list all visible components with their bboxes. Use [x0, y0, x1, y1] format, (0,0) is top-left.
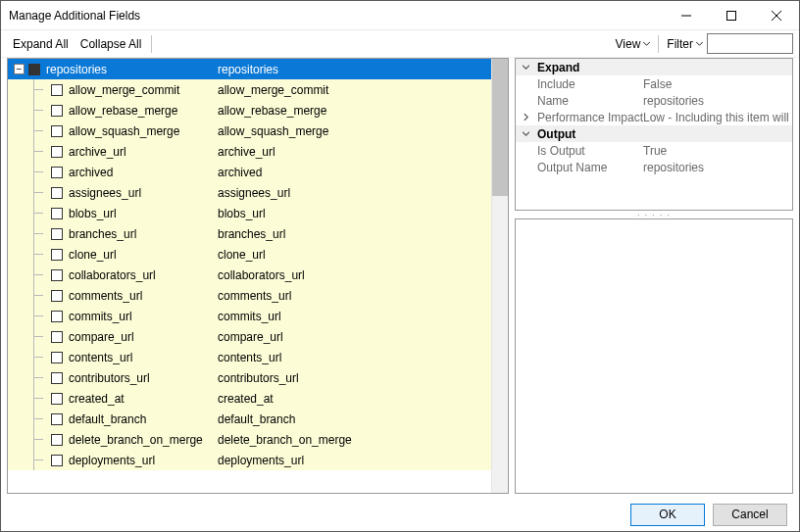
horizontal-splitter[interactable]: · · · · · [515, 211, 793, 218]
checkbox[interactable] [51, 249, 63, 261]
preview-pane [515, 218, 793, 494]
checkbox[interactable] [51, 393, 63, 405]
tree-connector [22, 347, 51, 367]
node-name: compare_url [69, 330, 134, 344]
tree-row[interactable]: contributors_urlcontributors_url [8, 367, 508, 388]
tree-row[interactable]: delete_branch_on_mergedelete_branch_on_m… [8, 429, 508, 450]
tree-row[interactable]: allow_rebase_mergeallow_rebase_merge [8, 100, 508, 121]
view-dropdown[interactable]: View [612, 33, 655, 55]
filter-label: Filter [667, 37, 693, 51]
tree-row[interactable]: comments_urlcomments_url [8, 285, 508, 306]
tree-root-row[interactable]: −repositoriesrepositories [8, 59, 508, 79]
tree-row[interactable]: archivedarchived [8, 162, 508, 182]
tree-row[interactable]: allow_squash_mergeallow_squash_merge [8, 121, 508, 141]
caret-right-icon [516, 114, 535, 121]
checkbox[interactable] [51, 208, 63, 219]
filter-input[interactable] [707, 33, 793, 54]
dialog-footer: OK Cancel [1, 498, 799, 531]
tree-row[interactable]: collaborators_urlcollaborators_url [8, 265, 508, 285]
tree-connector [22, 409, 51, 429]
checkbox[interactable] [51, 413, 63, 425]
checkbox[interactable] [51, 167, 63, 178]
vertical-scrollbar[interactable] [491, 59, 508, 493]
node-type: default_branch [218, 412, 508, 426]
property-key: Name [535, 94, 643, 108]
checkbox[interactable] [51, 146, 63, 158]
node-type: allow_rebase_merge [218, 104, 508, 118]
property-value: repositories [643, 161, 792, 174]
node-type: archived [218, 166, 508, 179]
tree-row[interactable]: default_branchdefault_branch [8, 409, 508, 429]
property-row[interactable]: Output Name repositories [516, 159, 792, 175]
checkbox[interactable] [51, 290, 63, 302]
node-name: default_branch [69, 412, 146, 426]
checkbox[interactable] [51, 331, 63, 343]
expander-icon[interactable]: − [14, 64, 25, 74]
node-name: allow_merge_commit [69, 83, 179, 97]
node-name: assignees_url [69, 186, 141, 200]
expand-all-button[interactable]: Expand All [7, 33, 75, 55]
tree-row[interactable]: allow_merge_commitallow_merge_commit [8, 79, 508, 100]
tree-row[interactable]: branches_urlbranches_url [8, 223, 508, 244]
checkbox[interactable] [51, 434, 63, 446]
group-label: Output [535, 127, 643, 141]
tree-connector [22, 162, 51, 182]
property-row[interactable]: Include False [516, 75, 792, 92]
tree-connector [22, 141, 51, 162]
property-row[interactable]: Performance Impact Low - Including this … [516, 109, 792, 125]
tree-row[interactable]: clone_urlclone_url [8, 244, 508, 265]
tree-connector [22, 182, 51, 203]
checkbox[interactable] [51, 125, 63, 137]
ok-button[interactable]: OK [630, 504, 705, 526]
checkbox[interactable] [51, 352, 63, 363]
chevron-down-icon [696, 40, 703, 47]
tree-row[interactable]: archive_urlarchive_url [8, 141, 508, 162]
tree-row[interactable]: commits_urlcommits_url [8, 306, 508, 326]
node-name: clone_url [69, 248, 117, 262]
tree-row[interactable]: created_atcreated_at [8, 388, 508, 409]
checkbox[interactable] [51, 84, 63, 96]
property-group-expand[interactable]: Expand [516, 59, 792, 75]
caret-down-icon [516, 130, 535, 137]
checkbox[interactable] [51, 105, 63, 117]
node-name: collaborators_url [69, 268, 156, 282]
checkbox[interactable] [51, 372, 63, 384]
tree-row[interactable]: compare_urlcompare_url [8, 326, 508, 347]
tree-connector [22, 326, 51, 347]
tree-row[interactable]: deployments_urldeployments_url [8, 450, 508, 470]
checkbox[interactable] [51, 269, 63, 281]
group-label: Expand [535, 61, 643, 74]
node-type: created_at [218, 392, 508, 406]
checkbox[interactable] [51, 311, 63, 322]
chevron-down-icon [643, 40, 650, 47]
collapse-all-button[interactable]: Collapse All [75, 33, 148, 55]
maximize-button[interactable] [709, 1, 754, 30]
svg-rect-1 [727, 11, 736, 20]
checkbox-mixed[interactable] [28, 64, 40, 75]
node-name: comments_url [69, 289, 142, 303]
node-type: blobs_url [218, 207, 508, 220]
right-column: Expand Include False Name repositories P… [515, 58, 793, 494]
close-icon [772, 11, 781, 21]
checkbox[interactable] [51, 455, 63, 466]
property-row[interactable]: Is Output True [516, 142, 792, 159]
tree-row[interactable]: assignees_urlassignees_url [8, 182, 508, 203]
tree-row[interactable]: contents_urlcontents_url [8, 347, 508, 367]
property-value: False [643, 77, 792, 91]
minimize-button[interactable] [664, 1, 709, 30]
properties-pane: Expand Include False Name repositories P… [515, 58, 793, 211]
node-type: assignees_url [218, 186, 508, 200]
cancel-button[interactable]: Cancel [713, 504, 787, 526]
toolbar-separator [151, 35, 152, 53]
node-name: commits_url [69, 310, 132, 323]
tree-row[interactable]: blobs_urlblobs_url [8, 203, 508, 223]
checkbox[interactable] [51, 228, 63, 240]
scrollbar-thumb[interactable] [492, 59, 508, 196]
close-button[interactable] [754, 1, 799, 30]
tree-connector [22, 203, 51, 223]
property-row[interactable]: Name repositories [516, 92, 792, 109]
checkbox[interactable] [51, 187, 63, 199]
property-group-output[interactable]: Output [516, 125, 792, 142]
filter-dropdown[interactable]: Filter [663, 33, 707, 55]
node-type: contributors_url [218, 371, 508, 385]
